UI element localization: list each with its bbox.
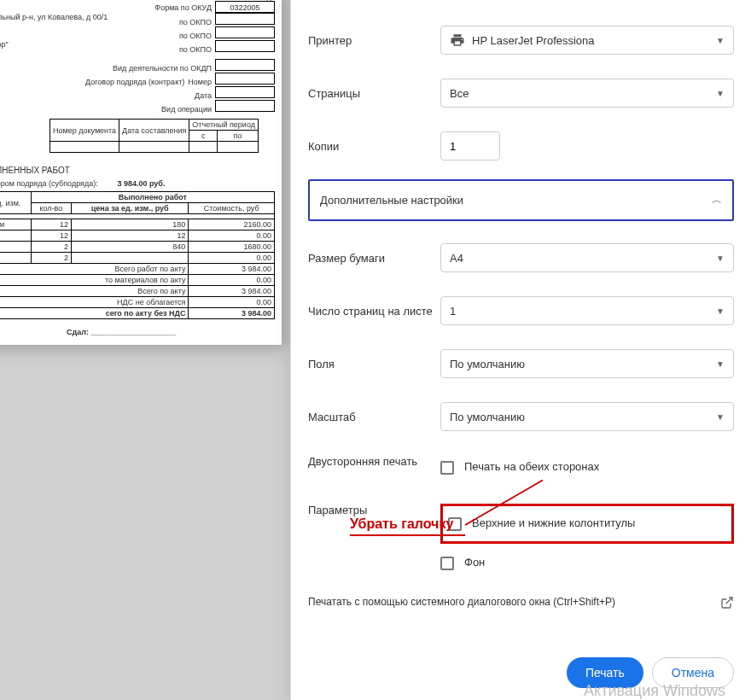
printer-icon	[450, 32, 465, 48]
label-okdp: Вид деятельности по ОКДП	[113, 64, 215, 73]
table-row: шт20.00	[0, 253, 275, 264]
open-external-icon	[720, 596, 734, 610]
pages-per-sheet-select[interactable]: 1▼	[440, 296, 734, 325]
dialog-footer: Печать Отмена	[291, 645, 751, 700]
chevron-down-icon: ▼	[716, 412, 725, 422]
header-table: Номер документа Дата составления Отчетны…	[49, 119, 259, 153]
duplex-checkbox[interactable]	[440, 461, 454, 475]
print-preview-pane: Код Форма по ОКУД0322005 нтральный р-н, …	[0, 0, 290, 700]
margins-select[interactable]: По умолчанию▼	[440, 349, 734, 378]
paper-size-select[interactable]: A4▼	[440, 243, 734, 272]
work-table: Ед. изм. Выполнено работ кол-во цена за …	[0, 191, 275, 319]
pages-per-sheet-label: Число страниц на листе	[308, 305, 440, 318]
label-nomer: Номер	[188, 78, 215, 86]
printer-label: Принтер	[308, 34, 440, 47]
table-row: пог. м121802160.00	[0, 219, 275, 230]
headers-footers-label: Верхние и нижние колонтитулы	[472, 516, 635, 529]
svg-line-0	[726, 598, 732, 604]
label-operation: Вид операции	[161, 105, 215, 114]
chevron-up-icon: ︿	[712, 193, 722, 207]
headers-footers-checkbox[interactable]	[448, 517, 462, 531]
label-okpo2: по ОКПО	[179, 32, 215, 40]
pages-select[interactable]: Все ▼	[440, 79, 734, 108]
chevron-down-icon: ▼	[716, 89, 725, 98]
background-label: Фон	[464, 556, 485, 569]
label-okud: Форма по ОКУД	[154, 3, 215, 12]
system-dialog-link[interactable]: Печатать с помощью системного диалоговог…	[308, 587, 734, 618]
duplex-checkbox-label: Печать на обеих сторонах	[464, 460, 599, 473]
total-row: сего по акту без НДС3 984.00	[0, 308, 275, 319]
copies-input[interactable]	[440, 131, 500, 160]
total-row: Всего работ по акту3 984.00	[0, 264, 275, 275]
duplex-label: Двусторонняя печать	[308, 455, 440, 468]
print-settings-panel: Принтер HP LaserJet Professiona ▼ Страни…	[290, 0, 751, 700]
copies-label: Копии	[308, 140, 440, 153]
table-row: шт12120.00	[0, 230, 275, 242]
scale-label: Масштаб	[308, 411, 440, 423]
total-row: то материалов по акту0.00	[0, 275, 275, 286]
more-settings-toggle[interactable]: Дополнительные настройки ︿	[308, 179, 734, 221]
print-button[interactable]: Печать	[567, 657, 643, 688]
cancel-button[interactable]: Отмена	[652, 657, 734, 688]
chevron-down-icon: ▼	[716, 254, 725, 263]
printer-select[interactable]: HP LaserJet Professiona ▼	[440, 26, 734, 55]
total-row: НДС не облагается0.00	[0, 297, 275, 308]
contract-total-label: оговором подряда (субподряда):	[0, 179, 98, 188]
annotation-highlight-box: Верхние и нижние колонтитулы	[440, 504, 734, 544]
label-okpo1: по ОКПО	[179, 18, 215, 26]
background-checkbox[interactable]	[440, 557, 454, 570]
chevron-down-icon: ▼	[716, 36, 725, 45]
paper-size-label: Размер бумаги	[308, 252, 440, 265]
total-row: Всего по акту3 984.00	[0, 286, 275, 297]
margins-label: Поля	[308, 358, 440, 370]
label-date: Дата	[195, 91, 215, 100]
address-line: нтральный р-н, ул Ковалева, д 00/1	[0, 13, 111, 21]
sdal-label: Сдал:	[67, 328, 89, 336]
contract-total-value: 3 984.00 руб.	[117, 179, 165, 188]
pages-label: Страницы	[308, 87, 440, 100]
rostor-line: ростор"	[0, 40, 12, 49]
doc-title: АКТ	[0, 156, 275, 166]
doc-subtitle: ІПОЛНЕННЫХ РАБОТ	[0, 166, 275, 175]
table-row: шт28401680.00	[0, 242, 275, 253]
document-preview: Код Форма по ОКУД0322005 нтральный р-н, …	[0, 0, 282, 345]
label-contract: Договор подряда (контракт)	[85, 78, 188, 86]
options-label: Параметры	[308, 504, 440, 516]
scale-select[interactable]: По умолчанию▼	[440, 402, 734, 431]
okud-code: 0322005	[215, 1, 275, 13]
label-okpo3: по ОКПО	[179, 45, 215, 54]
chevron-down-icon: ▼	[716, 359, 725, 369]
chevron-down-icon: ▼	[716, 306, 725, 316]
